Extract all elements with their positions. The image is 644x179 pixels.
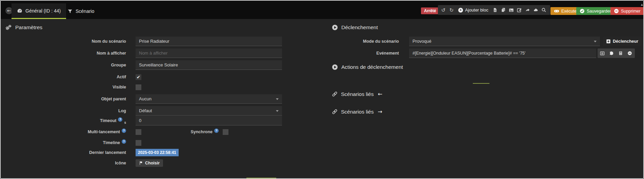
image-button[interactable] — [507, 5, 516, 15]
plus-square-icon — [606, 39, 611, 44]
event-expression-button[interactable] — [607, 48, 616, 58]
group-label: Groupe — [1, 63, 126, 67]
content: Paramètres Nom du scénario Nom à affiche… — [1, 19, 643, 178]
execute-label: Exécuter — [561, 9, 578, 14]
event-remove-button[interactable] — [625, 48, 634, 58]
row-timeout: Timeout ? s — [1, 116, 282, 125]
last-run-value: 2025-03-03 22:58:41 — [136, 149, 179, 156]
topbar: ← Général (ID : 44) Scénario Arrêté ↺ ↻ — [1, 1, 643, 19]
link-icon — [332, 91, 338, 97]
linked-out-title: Scénarios liés — [341, 109, 374, 115]
toolbar: ↺ ↻ + Ajouter bloc — [438, 5, 550, 15]
filter-icon — [67, 9, 73, 14]
timeline-help-icon[interactable]: ? — [122, 139, 126, 144]
parameters-title: Paramètres — [15, 24, 42, 31]
edit-button[interactable] — [516, 5, 524, 15]
trigger-header[interactable]: Déclenchement — [332, 24, 378, 31]
undo-button[interactable]: ↺ — [439, 5, 447, 15]
drop-indicator-line — [473, 83, 489, 84]
timeline-checkbox[interactable] — [136, 140, 141, 146]
add-block-label: Ajouter bloc — [465, 7, 488, 13]
play-circle-icon — [332, 64, 338, 70]
visible-checkbox[interactable] — [136, 84, 141, 90]
cloud-button[interactable] — [532, 5, 540, 15]
parent-object-label: Objet parent — [1, 97, 126, 101]
list-alt-icon — [600, 51, 605, 56]
add-block-button[interactable]: + Ajouter bloc — [456, 5, 491, 15]
edit-icon — [517, 7, 522, 13]
log-label: Log — [1, 108, 126, 113]
status-badge: Arrêté — [421, 7, 439, 14]
delete-label: Supprimer — [621, 9, 641, 14]
tab-scenario[interactable]: Scénario — [62, 3, 100, 19]
image-icon — [509, 8, 514, 13]
export-button[interactable] — [524, 5, 532, 15]
mode-select[interactable]: Provoqué — [409, 37, 600, 46]
display-name-input[interactable] — [136, 48, 282, 58]
drop-indicator-line-bottom — [246, 178, 276, 179]
log-file-button[interactable] — [491, 5, 499, 15]
parent-object-select[interactable]: Aucun — [136, 94, 282, 104]
linked-scenarios-out-header[interactable]: Scénarios liés → — [332, 108, 382, 115]
add-trigger-button[interactable]: Déclencheur — [603, 37, 641, 46]
share-icon — [525, 8, 530, 12]
arrow-left-icon: ← — [378, 91, 382, 97]
group-input[interactable] — [136, 60, 282, 70]
timeout-help-icon[interactable]: ? — [118, 117, 122, 122]
tab-general-label: Général (ID : 44) — [25, 8, 61, 14]
row-multilaunch: Multi-lancement ? Synchrone ? — [1, 128, 228, 136]
trigger-actions-title: Actions de déclenchement — [341, 64, 403, 70]
last-run-label: Dernier lancement — [1, 150, 126, 155]
tab-general[interactable]: Général (ID : 44) — [12, 3, 66, 19]
timeline-label: Timeline — [103, 140, 120, 145]
calculator-icon — [619, 51, 623, 56]
trigger-title: Déclenchement — [341, 24, 378, 31]
tab-scenario-label: Scénario — [76, 8, 94, 14]
cloud-icon — [533, 8, 538, 12]
event-list-button[interactable] — [598, 48, 607, 58]
row-timeline: Timeline ? — [1, 139, 141, 146]
arrow-right-icon: → — [378, 108, 382, 115]
plus-circle-icon: + — [458, 8, 463, 13]
row-parent: Objet parent Aucun — [1, 94, 282, 104]
multilaunch-label: Multi-lancement — [88, 130, 120, 134]
synchronous-checkbox[interactable] — [223, 129, 228, 135]
log-select[interactable]: Défaut — [136, 106, 282, 116]
synchronous-help-icon[interactable]: ? — [214, 128, 219, 133]
play-circle-icon — [332, 24, 338, 31]
choose-icon-button[interactable]: Choisir — [136, 159, 163, 167]
event-label: Evénement — [332, 51, 399, 56]
active-checkbox[interactable] — [136, 74, 141, 80]
multilaunch-help-icon[interactable]: ? — [122, 128, 126, 133]
row-last-run: Dernier lancement 2025-03-03 22:58:41 — [1, 148, 179, 157]
row-event: Evénement — [332, 48, 641, 58]
multilaunch-checkbox[interactable] — [136, 129, 141, 135]
event-calculator-button[interactable] — [616, 48, 625, 58]
search-button[interactable] — [540, 5, 548, 15]
timeout-input[interactable] — [136, 116, 282, 125]
scrollbar-up-arrow[interactable]: ▲ — [641, 3, 643, 6]
choose-icon-label: Choisir — [145, 161, 160, 165]
tachometer-icon — [17, 8, 22, 14]
delete-button[interactable]: Supprimer — [610, 7, 644, 15]
save-button[interactable]: Sauvegarder — [576, 7, 615, 15]
event-tools — [598, 48, 635, 58]
row-log: Log Défaut — [1, 106, 282, 116]
copy-button[interactable] — [499, 5, 507, 15]
add-trigger-label: Déclencheur — [613, 39, 638, 44]
parameters-panel: Paramètres Nom du scénario Nom à affiche… — [1, 19, 296, 178]
file-text-icon — [493, 7, 497, 13]
synchronous-label: Synchrone — [190, 130, 213, 134]
trigger-panel: Déclenchement Mode du scénario Provoqué … — [332, 19, 641, 178]
name-input[interactable] — [136, 37, 282, 46]
event-input[interactable] — [409, 48, 596, 58]
trigger-actions-header[interactable]: Actions de déclenchement — [332, 64, 403, 70]
copy-icon — [501, 7, 506, 13]
row-icon: Icône Choisir — [1, 159, 163, 167]
visible-label: Visible — [1, 85, 126, 90]
timeout-label: Timeout — [100, 118, 116, 123]
display-name-label: Nom à afficher — [1, 51, 126, 56]
search-icon — [541, 7, 546, 13]
redo-button[interactable]: ↻ — [447, 5, 456, 15]
linked-scenarios-in-header[interactable]: Scénarios liés ← — [332, 91, 382, 97]
